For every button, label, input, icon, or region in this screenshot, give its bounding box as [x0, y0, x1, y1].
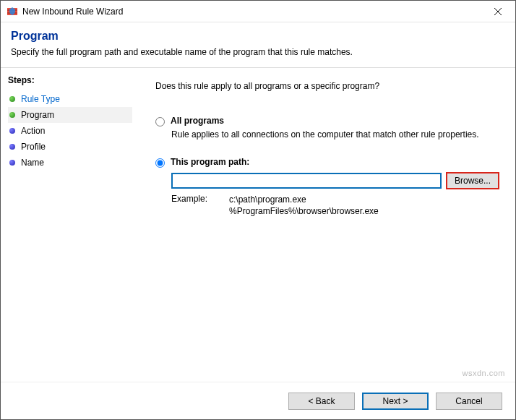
- option-all-programs[interactable]: All programs: [155, 116, 499, 127]
- option-label: This program path:: [171, 157, 249, 167]
- wizard-footer: < Back Next > Cancel: [1, 382, 515, 419]
- page-subtitle: Specify the full program path and execut…: [11, 47, 505, 57]
- window-title: New Inbound Rule Wizard: [22, 7, 482, 17]
- step-name[interactable]: Name: [8, 155, 132, 171]
- browse-button[interactable]: Browse...: [446, 172, 499, 189]
- step-bullet-icon: [9, 144, 15, 150]
- next-button[interactable]: Next >: [362, 393, 429, 410]
- steps-heading: Steps:: [8, 75, 132, 85]
- step-bullet-icon: [9, 96, 15, 102]
- radio-all-programs[interactable]: [155, 117, 165, 127]
- step-program[interactable]: Program: [8, 107, 132, 123]
- step-label: Action: [21, 126, 45, 136]
- step-action[interactable]: Action: [8, 123, 132, 139]
- option-all-desc: Rule applies to all connections on the c…: [171, 129, 499, 140]
- page-title: Program: [11, 30, 505, 43]
- wizard-header: Program Specify the full program path an…: [1, 22, 515, 67]
- step-label: Program: [21, 110, 54, 120]
- step-label: Name: [21, 158, 44, 168]
- titlebar: New Inbound Rule Wizard: [1, 1, 515, 22]
- back-button[interactable]: < Back: [288, 393, 355, 410]
- watermark: wsxdn.com: [462, 369, 505, 377]
- program-path-input[interactable]: [171, 173, 442, 189]
- step-bullet-icon: [9, 112, 15, 118]
- step-bullet-icon: [9, 128, 15, 134]
- close-icon: [494, 8, 502, 15]
- option-this-program-path[interactable]: This program path:: [155, 157, 499, 168]
- content-question: Does this rule apply to all programs or …: [155, 81, 499, 91]
- radio-this-program-path[interactable]: [155, 158, 165, 168]
- step-rule-type[interactable]: Rule Type: [8, 91, 132, 107]
- cancel-button[interactable]: Cancel: [436, 393, 502, 410]
- step-bullet-icon: [9, 160, 15, 166]
- steps-sidebar: Steps: Rule Type Program Action Profile …: [1, 68, 139, 385]
- close-button[interactable]: [482, 1, 514, 22]
- step-profile[interactable]: Profile: [8, 139, 132, 155]
- firewall-icon: [7, 6, 18, 17]
- example-line: %ProgramFiles%\browser\browser.exe: [229, 206, 379, 216]
- example-line: c:\path\program.exe: [229, 194, 306, 205]
- wizard-content: Does this rule apply to all programs or …: [139, 68, 515, 385]
- example-values: c:\path\program.exe %ProgramFiles%\brows…: [229, 194, 379, 217]
- option-label: All programs: [171, 116, 224, 126]
- example-label: Example:: [171, 194, 207, 217]
- step-label: Profile: [21, 142, 46, 152]
- step-link[interactable]: Rule Type: [21, 94, 60, 104]
